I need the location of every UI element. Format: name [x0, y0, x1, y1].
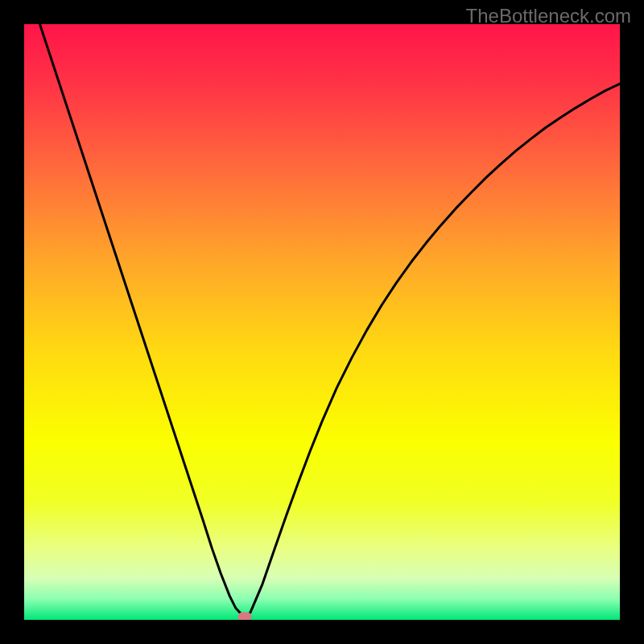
- plot-area: [24, 24, 620, 620]
- bottleneck-curve: [24, 24, 620, 620]
- optimal-point: [237, 612, 251, 620]
- watermark-text: TheBottleneck.com: [466, 5, 631, 27]
